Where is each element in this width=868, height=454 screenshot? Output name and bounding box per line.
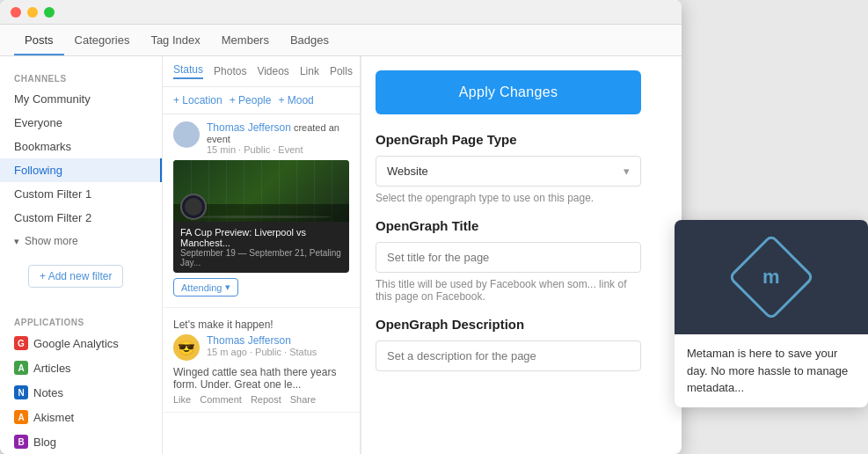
post-2-actions: Like Comment Repost Share xyxy=(173,394,349,405)
comment-action[interactable]: Comment xyxy=(200,394,242,405)
opengraph-title-label: OpenGraph Title xyxy=(376,218,641,233)
close-button[interactable] xyxy=(11,7,21,18)
sidebar-item-my-community[interactable]: My Community xyxy=(0,87,162,111)
like-action[interactable]: Like xyxy=(173,394,191,405)
type-dropdown[interactable]: Website ▾ xyxy=(376,156,641,187)
sidebar: CHANNELS My Community Everyone Bookmarks… xyxy=(0,56,163,454)
chevron-down-icon: ▾ xyxy=(624,165,630,178)
share-action[interactable]: Share xyxy=(290,394,316,405)
add-filter-button[interactable]: + Add new filter xyxy=(28,265,123,288)
mood-tag[interactable]: + Mood xyxy=(278,94,313,106)
tab-posts[interactable]: Posts xyxy=(14,26,64,55)
opengraph-desc-label: OpenGraph Description xyxy=(376,317,641,332)
sidebar-item-akismet[interactable]: A Akismet xyxy=(0,405,162,429)
post-1-avatar xyxy=(173,121,200,148)
sidebar-item-bookmarks[interactable]: Bookmarks xyxy=(0,135,162,158)
sidebar-item-notes[interactable]: N Notes xyxy=(0,380,162,405)
main-layout: CHANNELS My Community Everyone Bookmarks… xyxy=(0,56,682,454)
tab-videos[interactable]: Videos xyxy=(257,65,288,77)
metaman-logo-letter: m xyxy=(762,266,780,289)
sidebar-item-blog[interactable]: B Blog xyxy=(0,429,162,454)
attending-button[interactable]: Attending ▾ xyxy=(173,278,238,297)
sidebar-item-articles[interactable]: A Articles xyxy=(0,355,162,380)
post-1-meta: Thomas Jefferson created an event 15 min… xyxy=(207,121,349,155)
tab-badges[interactable]: Badges xyxy=(280,26,339,55)
applications-label: APPLICATIONS xyxy=(0,311,162,331)
opengraph-desc-input[interactable] xyxy=(376,340,641,371)
post-2-lets-make: Let's make it happen! xyxy=(173,319,349,331)
post-1-header: Thomas Jefferson created an event 15 min… xyxy=(173,121,349,155)
opengraph-title-input[interactable] xyxy=(376,242,641,273)
akismet-icon: A xyxy=(14,410,28,424)
sidebar-item-following[interactable]: Following xyxy=(0,158,162,182)
tab-categories[interactable]: Categories xyxy=(64,26,141,55)
title-help-text: This title will be used by Facebook when… xyxy=(376,278,641,303)
channels-label: CHANNELS xyxy=(0,67,162,87)
sidebar-show-more-channels[interactable]: ▾ Show more xyxy=(0,230,162,253)
post-2-header: 😎 Thomas Jefferson 15 m ago · Public · S… xyxy=(173,334,349,361)
maximize-button[interactable] xyxy=(44,7,55,18)
sidebar-item-custom-filter-2[interactable]: Custom Filter 2 xyxy=(0,206,162,230)
tab-members[interactable]: Members xyxy=(211,26,280,55)
minimize-button[interactable] xyxy=(27,7,38,18)
main-window: Posts Categories Tag Index Members Badge… xyxy=(0,0,682,454)
google-analytics-icon: G xyxy=(14,336,28,350)
post-item-1: Thomas Jefferson created an event 15 min… xyxy=(163,114,360,308)
post-2-meta: Thomas Jefferson 15 m ago · Public · Sta… xyxy=(207,334,317,357)
post-item-2: Let's make it happen! 😎 Thomas Jefferson… xyxy=(163,308,360,413)
right-panel: Apply Changes OpenGraph Page Type Websit… xyxy=(361,56,655,454)
tab-link[interactable]: Link xyxy=(300,65,319,77)
blog-icon: B xyxy=(14,435,28,449)
tab-status[interactable]: Status xyxy=(173,63,203,79)
tooltip-header: m xyxy=(675,220,868,334)
event-card-subtitle: September 19 — September 21, Petaling Ja… xyxy=(180,248,342,267)
meta-tags-bar: + Location + People + Mood xyxy=(163,87,360,114)
event-card-image xyxy=(173,160,349,222)
post-2-avatar: 😎 xyxy=(173,334,200,361)
metaman-logo: m xyxy=(728,234,815,321)
titlebar xyxy=(0,0,682,25)
articles-icon: A xyxy=(14,361,28,375)
post-1-time: 15 min · Public · Event xyxy=(207,144,349,155)
tab-polls[interactable]: Polls xyxy=(330,65,353,77)
feed-area: Status Photos Videos Link Polls + Locati… xyxy=(163,56,361,454)
notes-icon: N xyxy=(14,385,28,399)
sidebar-item-everyone[interactable]: Everyone xyxy=(0,111,162,135)
chevron-down-icon: ▾ xyxy=(225,282,230,293)
repost-action[interactable]: Repost xyxy=(251,394,281,405)
metaman-tooltip: m Metaman is here to save your day. No m… xyxy=(675,220,868,407)
event-card-title: FA Cup Preview: Liverpool vs Manchest... xyxy=(180,227,342,248)
status-tabs-bar: Status Photos Videos Link Polls xyxy=(163,56,360,87)
tab-photos[interactable]: Photos xyxy=(214,65,246,77)
type-dropdown-value: Website xyxy=(387,165,428,178)
tooltip-body: Metaman is here to save your day. No mor… xyxy=(675,334,868,407)
post-2-time: 15 m ago · Public · Status xyxy=(207,347,317,357)
location-tag[interactable]: + Location xyxy=(173,94,222,106)
people-tag[interactable]: + People xyxy=(230,94,272,106)
opengraph-type-title: OpenGraph Page Type xyxy=(376,132,641,147)
event-card: FA Cup Preview: Liverpool vs Manchest...… xyxy=(173,160,349,273)
apply-changes-button[interactable]: Apply Changes xyxy=(376,70,641,114)
event-card-body: FA Cup Preview: Liverpool vs Manchest...… xyxy=(173,222,349,273)
post-2-author[interactable]: Thomas Jefferson xyxy=(207,334,291,347)
type-help-text: Select the opengraph type to use on this… xyxy=(376,192,641,204)
tab-tag-index[interactable]: Tag Index xyxy=(140,26,210,55)
post-1-author[interactable]: Thomas Jefferson xyxy=(207,121,291,134)
post-2-content: Winged cattle sea hath there years form.… xyxy=(173,366,349,391)
sidebar-item-custom-filter-1[interactable]: Custom Filter 1 xyxy=(0,182,162,206)
tabs-bar: Posts Categories Tag Index Members Badge… xyxy=(0,25,682,56)
sidebar-item-google-analytics[interactable]: G Google Analytics xyxy=(0,331,162,355)
